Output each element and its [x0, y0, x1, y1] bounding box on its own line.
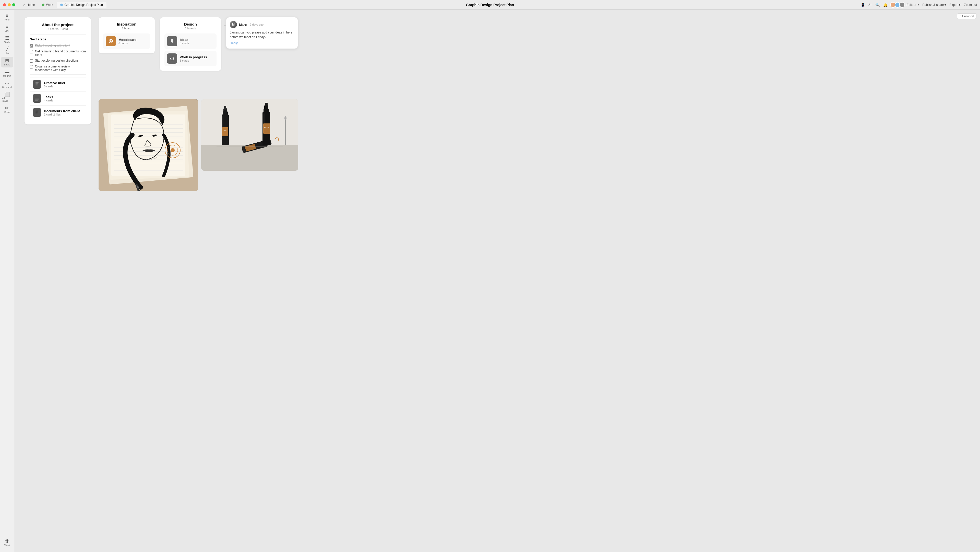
wip-text: Work in progress 5 cards: [180, 55, 207, 62]
sidebar-item-label: Link: [5, 30, 9, 32]
titlebar: ⌂ Home Work Graphic Design Project Plan …: [0, 0, 980, 10]
notification-count[interactable]: 21: [869, 3, 872, 6]
maximize-button[interactable]: [12, 3, 15, 6]
tasks-icon: [33, 94, 41, 103]
tasks-text: Tasks 4 cards: [44, 95, 53, 102]
svg-text:ESTATE: ESTATE: [264, 126, 269, 128]
svg-rect-55: [265, 103, 267, 106]
device-icon: 📱: [861, 3, 865, 7]
window-title: Graphic Design Project Plan: [466, 3, 514, 7]
checklist-checkbox[interactable]: [30, 44, 33, 48]
sidebar-item-label: Draw: [4, 111, 10, 113]
tab-work[interactable]: Work: [38, 2, 57, 8]
svg-rect-15: [171, 43, 173, 43]
sidebar-item-label: Column: [3, 75, 11, 77]
draw-icon: ✏: [5, 106, 9, 110]
publish-chevron-icon: ▾: [945, 3, 946, 6]
sidebar-item-label: Board: [4, 63, 10, 66]
checklist-item[interactable]: Kickoff meeting with client: [30, 44, 86, 48]
note-icon: ≡: [6, 13, 8, 18]
divider: [30, 74, 86, 75]
checklist-checkbox[interactable]: [30, 65, 33, 69]
documents-link[interactable]: Documents from client 1 card, 2 files: [30, 105, 86, 119]
sidebar-item-trash[interactable]: 🗑 Trash: [1, 537, 13, 548]
link-icon: ⚭: [5, 24, 9, 29]
moodboard-item[interactable]: Moodboard 6 cards: [103, 34, 150, 49]
sidebar-item-label: Comment: [2, 86, 12, 88]
line-icon: ╱: [6, 47, 8, 52]
sidebar-item-comment[interactable]: ⋯ Comment: [1, 79, 13, 90]
ideas-board-item[interactable]: Ideas 8 cards: [164, 34, 216, 49]
canvas-area: About the project 3 boards, 1 card Next …: [24, 18, 970, 222]
publish-share-button[interactable]: Publish & share ▾: [923, 3, 946, 6]
about-subtitle: 3 boards, 1 card: [30, 27, 86, 30]
sidebar-item-board[interactable]: ⊞ Board: [1, 57, 13, 67]
add-image-icon: ⬜: [4, 92, 10, 97]
search-icon[interactable]: 🔍: [875, 3, 880, 7]
tab-home[interactable]: ⌂ Home: [19, 2, 38, 8]
svg-rect-2: [35, 85, 38, 85]
comment-header: M Marc 2 days ago: [230, 21, 294, 28]
svg-rect-7: [35, 100, 38, 101]
checklist: Kickoff meeting with client Get remainin…: [30, 44, 86, 72]
home-icon: ⌂: [23, 3, 25, 7]
design-subtitle: 2 boards: [164, 27, 216, 30]
checklist-checkbox[interactable]: [30, 59, 33, 62]
column-icon: ▬: [5, 70, 10, 74]
export-chevron-icon: ▾: [959, 3, 960, 6]
svg-rect-9: [35, 112, 38, 112]
comment-text: James, can you please add your ideas in …: [230, 30, 294, 39]
minimize-button[interactable]: [8, 3, 11, 6]
ideas-icon: [167, 36, 177, 46]
comment-timestamp: 2 days ago: [250, 23, 264, 26]
comment-reply-button[interactable]: Reply: [230, 41, 294, 45]
bell-icon[interactable]: 🔔: [883, 3, 888, 7]
sidebar-item-label: To-do: [4, 41, 10, 43]
svg-rect-44: [224, 106, 226, 110]
sidebar-item-draw[interactable]: ✏ Draw: [1, 104, 13, 115]
sketch-image: [99, 99, 198, 191]
avatar: [899, 2, 905, 8]
inspiration-title: Inspiration: [103, 22, 150, 26]
svg-rect-46: [222, 127, 228, 136]
svg-rect-10: [35, 113, 38, 113]
creative-brief-link[interactable]: Creative brief 0 cards: [30, 77, 86, 91]
sidebar-item-add-image[interactable]: ⬜ Add image: [1, 91, 13, 104]
commenter-avatar: M: [230, 21, 237, 28]
wip-board-item[interactable]: Work in progress 5 cards: [164, 51, 216, 66]
svg-rect-45: [223, 116, 223, 129]
checklist-item[interactable]: Organise a time to review moodboards wit…: [30, 65, 86, 72]
checklist-item[interactable]: Get remaining brand documents from clien…: [30, 49, 86, 57]
sidebar-item-label: Note: [5, 18, 10, 21]
inspiration-subtitle: 1 board: [103, 27, 150, 30]
editors-section: Editors ▾: [891, 2, 919, 8]
editors-label[interactable]: Editors: [907, 3, 916, 6]
sidebar-item-label: Add image: [2, 97, 12, 102]
sidebar-item-note[interactable]: ≡ Note: [1, 12, 13, 22]
design-title: Design: [164, 22, 216, 26]
zoom-out-button[interactable]: Zoom out: [964, 3, 977, 6]
svg-rect-39: [201, 99, 298, 145]
tasks-link[interactable]: Tasks 4 cards: [30, 91, 86, 105]
design-card: Design 2 boards Ideas 8 cards: [160, 18, 221, 71]
tab-project[interactable]: Graphic Design Project Plan: [57, 2, 107, 8]
sidebar-item-link[interactable]: ⚭ Link: [1, 23, 13, 34]
editors-chevron-icon[interactable]: ▾: [918, 3, 919, 6]
sidebar-item-column[interactable]: ▬ Column: [1, 68, 13, 79]
sidebar-item-line[interactable]: ╱ Line: [1, 45, 13, 56]
sidebar-item-todo[interactable]: ☰ To-do: [1, 34, 13, 45]
checklist-checkbox[interactable]: [30, 50, 33, 53]
checklist-item[interactable]: Start exploring design directions: [30, 59, 86, 62]
trash-icon: 🗑: [5, 539, 10, 543]
documents-text: Documents from client 1 card, 2 files: [44, 109, 80, 116]
wine-image: WINE: [201, 99, 298, 171]
svg-rect-1: [35, 84, 38, 84]
tab-project-label: Graphic Design Project Plan: [64, 3, 103, 6]
close-button[interactable]: [3, 3, 6, 6]
svg-rect-8: [35, 111, 38, 111]
creative-brief-text: Creative brief 0 cards: [44, 81, 65, 88]
export-button[interactable]: Export ▾: [950, 3, 961, 6]
tab-work-label: Work: [46, 3, 53, 6]
comment-icon: ⋯: [5, 81, 10, 85]
svg-rect-5: [35, 98, 39, 98]
